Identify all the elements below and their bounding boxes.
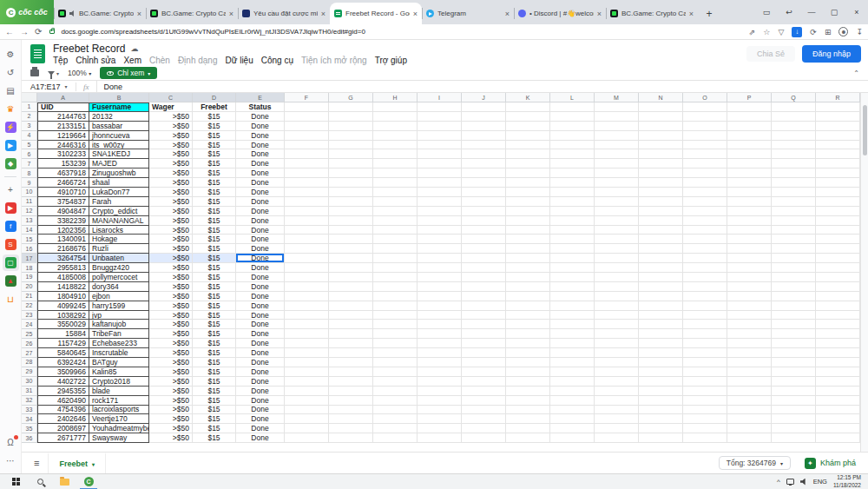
cell-G19[interactable] bbox=[329, 273, 373, 282]
shopee-icon[interactable]: S bbox=[3, 236, 19, 253]
cell-L5[interactable] bbox=[550, 141, 595, 150]
cell-D30[interactable]: $15 bbox=[193, 377, 236, 387]
network-icon[interactable] bbox=[786, 479, 794, 485]
cell-J10[interactable] bbox=[462, 188, 506, 197]
column-header-R[interactable]: R bbox=[816, 93, 860, 102]
row-header-16[interactable]: 16 bbox=[22, 244, 37, 254]
cell-Q12[interactable] bbox=[772, 207, 816, 216]
cell-A11[interactable]: 3754837 bbox=[37, 197, 89, 207]
cell-D34[interactable]: $15 bbox=[193, 414, 236, 424]
cell-K27[interactable] bbox=[506, 348, 550, 358]
cell-I20[interactable] bbox=[418, 282, 462, 292]
cell-P21[interactable] bbox=[727, 292, 772, 301]
row-header-23[interactable]: 23 bbox=[22, 311, 37, 320]
cell-Q24[interactable] bbox=[772, 320, 816, 329]
cell-H18[interactable] bbox=[373, 263, 418, 273]
cell-N21[interactable] bbox=[639, 292, 683, 301]
column-header-Q[interactable]: Q bbox=[772, 93, 816, 102]
cell-O13[interactable] bbox=[683, 216, 727, 226]
cell-B31[interactable]: blade bbox=[89, 387, 149, 396]
cell-E6[interactable]: Done bbox=[236, 149, 285, 159]
cell-H6[interactable] bbox=[373, 149, 418, 159]
cell-A7[interactable]: 153239 bbox=[37, 159, 89, 169]
cell-P11[interactable] bbox=[727, 197, 772, 207]
cell-O22[interactable] bbox=[683, 301, 727, 311]
cell-A36[interactable]: 2671777 bbox=[37, 433, 89, 443]
cell-I3[interactable] bbox=[418, 122, 462, 131]
cell-P1[interactable] bbox=[727, 102, 772, 112]
cell-R8[interactable] bbox=[816, 169, 860, 178]
cell-E11[interactable]: Done bbox=[236, 197, 285, 207]
cell-E26[interactable]: Done bbox=[236, 339, 285, 348]
cell-C3[interactable]: >$50 bbox=[149, 122, 193, 131]
row-header-4[interactable]: 4 bbox=[22, 131, 37, 141]
cell-F9[interactable] bbox=[285, 178, 329, 188]
cell-L34[interactable] bbox=[550, 414, 595, 424]
cell-O3[interactable] bbox=[683, 122, 727, 131]
close-icon[interactable]: × bbox=[845, 0, 868, 24]
cell-P31[interactable] bbox=[727, 387, 772, 396]
cell-G17[interactable] bbox=[329, 254, 373, 263]
cell-I32[interactable] bbox=[418, 396, 462, 406]
row-header-8[interactable]: 8 bbox=[22, 169, 37, 178]
column-header-I[interactable]: I bbox=[418, 93, 462, 102]
cell-G7[interactable] bbox=[329, 159, 373, 169]
cell-E15[interactable]: Done bbox=[236, 235, 285, 244]
cell-D26[interactable]: $15 bbox=[193, 339, 236, 348]
cell-C29[interactable]: >$50 bbox=[149, 367, 193, 377]
crown-rewards-icon[interactable]: ♛ bbox=[3, 101, 19, 117]
cell-R5[interactable] bbox=[816, 141, 860, 150]
cell-O21[interactable] bbox=[683, 292, 727, 301]
cell-I36[interactable] bbox=[418, 433, 462, 443]
cell-R29[interactable] bbox=[816, 367, 860, 377]
cell-B14[interactable]: Lisarocks bbox=[89, 226, 149, 235]
cell-Q3[interactable] bbox=[772, 122, 816, 131]
cell-A29[interactable]: 3509966 bbox=[37, 367, 89, 377]
cell-A31[interactable]: 2945355 bbox=[37, 387, 89, 396]
cell-R18[interactable] bbox=[816, 263, 860, 273]
cell-D19[interactable]: $15 bbox=[193, 273, 236, 282]
cell-A2[interactable]: 2144763 bbox=[37, 112, 89, 122]
cell-O8[interactable] bbox=[683, 169, 727, 178]
cell-G21[interactable] bbox=[329, 292, 373, 301]
cell-B33[interactable]: lacroixlasports bbox=[89, 406, 149, 415]
cell-G5[interactable] bbox=[329, 141, 373, 150]
cell-J3[interactable] bbox=[462, 122, 506, 131]
collapse-toolbar-icon[interactable]: ⌃ bbox=[853, 69, 859, 77]
cell-H28[interactable] bbox=[373, 358, 418, 367]
cell-G36[interactable] bbox=[329, 433, 373, 443]
cell-L24[interactable] bbox=[550, 320, 595, 329]
cell-D29[interactable]: $15 bbox=[193, 367, 236, 377]
cell-B20[interactable]: dory364 bbox=[89, 282, 149, 292]
cell-L12[interactable] bbox=[550, 207, 595, 216]
cell-N29[interactable] bbox=[639, 367, 683, 377]
cell-Q2[interactable] bbox=[772, 112, 816, 122]
menu-chèn[interactable]: Chèn bbox=[149, 56, 170, 65]
cell-D3[interactable]: $15 bbox=[193, 122, 236, 131]
cell-O34[interactable] bbox=[683, 414, 727, 424]
cell-A3[interactable]: 2133151 bbox=[37, 122, 89, 131]
cell-B36[interactable]: Swaysway bbox=[89, 433, 149, 443]
cell-L32[interactable] bbox=[550, 396, 595, 406]
cell-Q16[interactable] bbox=[772, 244, 816, 254]
cell-O15[interactable] bbox=[683, 235, 727, 244]
browser-tab[interactable]: Freebet Record - Googl× bbox=[330, 3, 422, 24]
cell-A5[interactable]: 2446316 bbox=[37, 141, 89, 150]
youtube-icon[interactable]: ▶ bbox=[3, 200, 19, 216]
cell-L22[interactable] bbox=[550, 301, 595, 311]
cell-R36[interactable] bbox=[816, 433, 860, 443]
cell-C6[interactable]: >$50 bbox=[149, 149, 193, 159]
adblock-shield-icon[interactable]: ▽ bbox=[778, 28, 784, 36]
cell-Q36[interactable] bbox=[772, 433, 816, 443]
cell-I6[interactable] bbox=[418, 149, 462, 159]
cell-L3[interactable] bbox=[550, 122, 595, 131]
cell-H3[interactable] bbox=[373, 122, 418, 131]
cell-P20[interactable] bbox=[727, 282, 772, 292]
cell-K4[interactable] bbox=[506, 131, 550, 141]
cell-I10[interactable] bbox=[418, 188, 462, 197]
cell-G22[interactable] bbox=[329, 301, 373, 311]
profile-avatar-icon[interactable]: ☻ bbox=[838, 27, 848, 36]
menu-tệp[interactable]: Tệp bbox=[53, 56, 68, 65]
cell-H23[interactable] bbox=[373, 311, 418, 320]
row-header-29[interactable]: 29 bbox=[22, 367, 37, 377]
